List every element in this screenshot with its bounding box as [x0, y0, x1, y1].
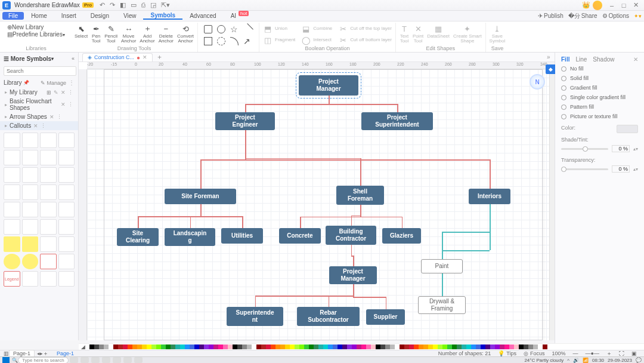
- menu-design[interactable]: Design: [83, 13, 116, 19]
- crown-icon[interactable]: 👑: [582, 1, 590, 9]
- close-tab-icon[interactable]: ✕: [143, 54, 147, 60]
- callout-shape[interactable]: [4, 254, 20, 269]
- tool-pen-tool[interactable]: ✒Pen Tool: [91, 24, 101, 44]
- callout-shape[interactable]: [22, 133, 39, 148]
- color-swatch[interactable]: [466, 344, 471, 349]
- callout-shape[interactable]: [40, 202, 57, 217]
- callout-shape[interactable]: Legend: [4, 271, 20, 287]
- eyedropper-icon[interactable]: ◢: [81, 344, 87, 350]
- color-swatch[interactable]: [490, 344, 495, 349]
- org-node-gl[interactable]: Glaziers: [382, 228, 421, 244]
- org-node-sf[interactable]: Site Foreman: [165, 189, 236, 204]
- ai-assistant-badge[interactable]: N: [530, 74, 545, 90]
- library-item[interactable]: ▸Arrow Shapes✕⋮: [0, 112, 78, 121]
- user-avatar[interactable]: [593, 1, 602, 10]
- callout-shape[interactable]: [40, 219, 57, 235]
- minimize-button[interactable]: –: [606, 2, 618, 9]
- color-swatch[interactable]: [228, 344, 233, 349]
- color-swatch[interactable]: [309, 344, 314, 349]
- fill-option[interactable]: Gradient fill: [559, 83, 640, 93]
- org-node-ps[interactable]: ProjectSuperintendent: [361, 112, 433, 130]
- callout-shape[interactable]: [58, 150, 75, 165]
- fill-option[interactable]: No fill: [559, 64, 640, 73]
- taskbar-app-icon[interactable]: [123, 357, 132, 363]
- undo-icon[interactable]: ↶: [100, 1, 105, 9]
- shade-slider[interactable]: [561, 148, 608, 150]
- callout-shape[interactable]: [40, 184, 57, 200]
- color-swatch[interactable]: [223, 344, 228, 349]
- edit-icon[interactable]: ✎: [54, 90, 58, 96]
- tips-button[interactable]: 💡Tips: [494, 350, 520, 356]
- collapse-left-icon[interactable]: «: [72, 56, 75, 61]
- tool-select[interactable]: ⬉Select: [75, 24, 88, 39]
- menu-view[interactable]: View: [116, 13, 144, 19]
- org-node-pm[interactable]: ProjectManager: [299, 75, 358, 96]
- taskbar-app-icon[interactable]: [102, 357, 110, 363]
- color-swatch[interactable]: [204, 344, 209, 349]
- org-node-paint[interactable]: Paint: [421, 259, 463, 273]
- color-swatch[interactable]: [137, 344, 142, 349]
- color-swatch[interactable]: [457, 344, 462, 349]
- new-library-button[interactable]: ⊕New Library: [7, 24, 44, 30]
- fit-icon[interactable]: ⛶: [615, 350, 628, 356]
- taskbar-app-icon[interactable]: [91, 357, 100, 363]
- callout-shape[interactable]: [4, 150, 20, 165]
- color-swatch[interactable]: [151, 344, 156, 349]
- publish-button[interactable]: ✈ Publish: [538, 13, 564, 19]
- color-swatch[interactable]: [442, 344, 447, 349]
- color-swatch[interactable]: [304, 344, 309, 349]
- callout-shape[interactable]: [40, 236, 57, 252]
- shape-square-icon[interactable]: [204, 25, 212, 33]
- color-swatch[interactable]: [433, 344, 438, 349]
- color-swatch[interactable]: [314, 344, 318, 349]
- color-swatch[interactable]: [500, 344, 504, 349]
- callout-shape[interactable]: [22, 271, 39, 287]
- org-node-pe[interactable]: ProjectEngineer: [215, 112, 275, 130]
- color-swatch[interactable]: [328, 344, 333, 349]
- fill-tool-icon[interactable]: ◆: [546, 64, 555, 74]
- document-tab[interactable]: ◈ Construction C... ● ✕: [82, 53, 153, 61]
- color-swatch[interactable]: [128, 344, 132, 349]
- callout-shape[interactable]: [4, 202, 20, 217]
- callout-shape[interactable]: [58, 202, 75, 217]
- callout-shape[interactable]: [40, 133, 57, 148]
- org-node-ut[interactable]: Utilities: [221, 228, 263, 244]
- color-swatch[interactable]: [366, 344, 371, 349]
- color-swatch[interactable]: [414, 344, 419, 349]
- callout-shape[interactable]: [40, 254, 57, 269]
- color-swatch[interactable]: [242, 344, 247, 349]
- color-swatch[interactable]: [333, 344, 338, 349]
- shape-ellipse-icon[interactable]: [217, 37, 225, 45]
- color-swatch[interactable]: [113, 344, 118, 349]
- color-swatch[interactable]: [476, 344, 481, 349]
- color-swatch[interactable]: [342, 344, 347, 349]
- canvas[interactable]: ProjectManagerProjectEngineerProjectSupe…: [87, 69, 555, 340]
- color-swatch[interactable]: [271, 344, 275, 349]
- tray-icon[interactable]: ^: [567, 358, 569, 363]
- library-item[interactable]: ▸Callouts✕⋮: [0, 121, 78, 130]
- color-swatch[interactable]: [390, 344, 395, 349]
- color-swatch[interactable]: [519, 344, 524, 349]
- tool-convert-anchor[interactable]: ⟲Convert Anchor: [177, 24, 194, 44]
- color-swatch[interactable]: [175, 344, 180, 349]
- color-swatch[interactable]: [352, 344, 357, 349]
- color-swatch[interactable]: [142, 344, 147, 349]
- color-swatch[interactable]: [99, 344, 104, 349]
- callout-shape[interactable]: [58, 219, 75, 235]
- color-swatch[interactable]: [109, 344, 113, 349]
- color-swatch[interactable]: [209, 344, 213, 349]
- color-swatch[interactable]: [261, 344, 266, 349]
- tab-line[interactable]: Line: [575, 56, 587, 63]
- tray-icon[interactable]: 📶: [583, 358, 589, 363]
- color-swatch[interactable]: [428, 344, 433, 349]
- color-swatch[interactable]: [485, 344, 490, 349]
- tray-icon[interactable]: 🔊: [573, 358, 579, 363]
- color-swatch[interactable]: [357, 344, 361, 349]
- taskbar-app-icon[interactable]: [134, 357, 143, 363]
- color-swatch[interactable]: [247, 344, 252, 349]
- callout-shape[interactable]: [58, 167, 75, 183]
- library-item[interactable]: ▸My Library⊞✎✕⋮: [0, 88, 78, 97]
- callout-shape[interactable]: [40, 271, 57, 287]
- color-swatch[interactable]: [438, 344, 442, 349]
- callout-shape[interactable]: [22, 219, 39, 235]
